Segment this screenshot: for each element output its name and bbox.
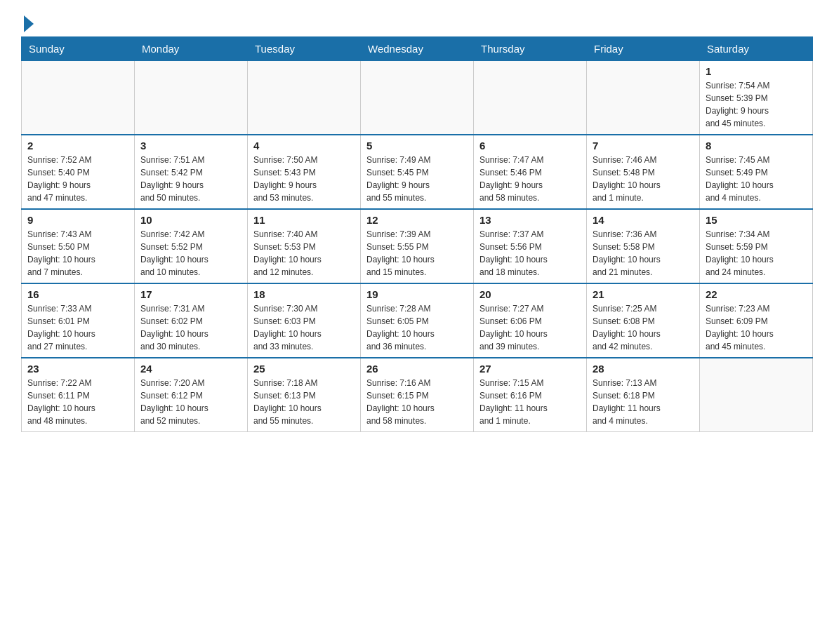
day-info: Sunrise: 7:37 AM Sunset: 5:56 PM Dayligh… [479,228,581,279]
day-info: Sunrise: 7:13 AM Sunset: 6:18 PM Dayligh… [593,377,694,427]
day-number: 3 [140,140,241,152]
calendar-cell: 3Sunrise: 7:51 AM Sunset: 5:42 PM Daylig… [135,135,248,209]
calendar-cell: 26Sunrise: 7:16 AM Sunset: 6:15 PM Dayli… [361,358,474,432]
day-header-friday: Friday [587,37,700,61]
calendar-cell [248,61,361,135]
day-info: Sunrise: 7:47 AM Sunset: 5:46 PM Dayligh… [479,154,581,204]
calendar-cell: 25Sunrise: 7:18 AM Sunset: 6:13 PM Dayli… [248,358,361,432]
day-info: Sunrise: 7:27 AM Sunset: 6:06 PM Dayligh… [479,302,581,353]
calendar-cell [361,61,474,135]
day-info: Sunrise: 7:15 AM Sunset: 6:16 PM Dayligh… [479,377,581,427]
day-info: Sunrise: 7:16 AM Sunset: 6:15 PM Dayligh… [366,377,468,427]
day-number: 9 [27,214,128,226]
day-number: 26 [366,363,468,375]
calendar-header-row: SundayMondayTuesdayWednesdayThursdayFrid… [22,37,813,61]
day-number: 20 [479,288,581,300]
day-number: 13 [479,214,581,226]
day-number: 15 [706,214,807,226]
calendar-cell [135,61,248,135]
day-info: Sunrise: 7:42 AM Sunset: 5:52 PM Dayligh… [140,228,241,279]
calendar-cell: 6Sunrise: 7:47 AM Sunset: 5:46 PM Daylig… [474,135,587,209]
day-info: Sunrise: 7:33 AM Sunset: 6:01 PM Dayligh… [27,302,128,353]
calendar-cell: 18Sunrise: 7:30 AM Sunset: 6:03 PM Dayli… [248,283,361,358]
day-header-tuesday: Tuesday [248,37,361,61]
calendar-cell: 13Sunrise: 7:37 AM Sunset: 5:56 PM Dayli… [474,209,587,283]
day-number: 28 [593,363,694,375]
day-info: Sunrise: 7:50 AM Sunset: 5:43 PM Dayligh… [253,154,355,204]
calendar-cell: 15Sunrise: 7:34 AM Sunset: 5:59 PM Dayli… [700,209,813,283]
day-header-thursday: Thursday [474,37,587,61]
calendar-week-row: 9Sunrise: 7:43 AM Sunset: 5:50 PM Daylig… [22,209,813,283]
day-header-monday: Monday [135,37,248,61]
day-info: Sunrise: 7:46 AM Sunset: 5:48 PM Dayligh… [593,154,694,204]
day-info: Sunrise: 7:36 AM Sunset: 5:58 PM Dayligh… [593,228,694,279]
day-info: Sunrise: 7:45 AM Sunset: 5:49 PM Dayligh… [706,154,807,204]
calendar-cell: 28Sunrise: 7:13 AM Sunset: 6:18 PM Dayli… [587,358,700,432]
calendar-cell: 22Sunrise: 7:23 AM Sunset: 6:09 PM Dayli… [700,283,813,358]
calendar-table: SundayMondayTuesdayWednesdayThursdayFrid… [21,36,813,432]
day-number: 18 [253,288,355,300]
day-number: 23 [27,363,128,375]
day-number: 14 [593,214,694,226]
day-header-wednesday: Wednesday [361,37,474,61]
calendar-week-row: 2Sunrise: 7:52 AM Sunset: 5:40 PM Daylig… [22,135,813,209]
calendar-cell: 1Sunrise: 7:54 AM Sunset: 5:39 PM Daylig… [700,61,813,135]
calendar-cell: 27Sunrise: 7:15 AM Sunset: 6:16 PM Dayli… [474,358,587,432]
day-info: Sunrise: 7:54 AM Sunset: 5:39 PM Dayligh… [706,79,807,130]
logo-arrow-icon [24,15,34,32]
day-info: Sunrise: 7:39 AM Sunset: 5:55 PM Dayligh… [366,228,468,279]
day-info: Sunrise: 7:49 AM Sunset: 5:45 PM Dayligh… [366,154,468,204]
day-info: Sunrise: 7:18 AM Sunset: 6:13 PM Dayligh… [253,377,355,427]
day-number: 1 [706,65,807,77]
day-number: 10 [140,214,241,226]
day-number: 21 [593,288,694,300]
calendar-cell: 23Sunrise: 7:22 AM Sunset: 6:11 PM Dayli… [22,358,135,432]
calendar-cell: 14Sunrise: 7:36 AM Sunset: 5:58 PM Dayli… [587,209,700,283]
calendar-cell [700,358,813,432]
calendar-cell [474,61,587,135]
calendar-cell: 24Sunrise: 7:20 AM Sunset: 6:12 PM Dayli… [135,358,248,432]
day-number: 12 [366,214,468,226]
day-number: 17 [140,288,241,300]
day-info: Sunrise: 7:43 AM Sunset: 5:50 PM Dayligh… [27,228,128,279]
day-number: 25 [253,363,355,375]
day-info: Sunrise: 7:51 AM Sunset: 5:42 PM Dayligh… [140,154,241,204]
day-info: Sunrise: 7:22 AM Sunset: 6:11 PM Dayligh… [27,377,128,427]
logo [21,14,34,29]
calendar-cell: 2Sunrise: 7:52 AM Sunset: 5:40 PM Daylig… [22,135,135,209]
calendar-cell: 10Sunrise: 7:42 AM Sunset: 5:52 PM Dayli… [135,209,248,283]
calendar-cell: 20Sunrise: 7:27 AM Sunset: 6:06 PM Dayli… [474,283,587,358]
calendar-cell: 21Sunrise: 7:25 AM Sunset: 6:08 PM Dayli… [587,283,700,358]
day-info: Sunrise: 7:52 AM Sunset: 5:40 PM Dayligh… [27,154,128,204]
day-info: Sunrise: 7:25 AM Sunset: 6:08 PM Dayligh… [593,302,694,353]
day-number: 16 [27,288,128,300]
calendar-week-row: 23Sunrise: 7:22 AM Sunset: 6:11 PM Dayli… [22,358,813,432]
day-number: 2 [27,140,128,152]
day-number: 19 [366,288,468,300]
day-number: 8 [706,140,807,152]
day-info: Sunrise: 7:28 AM Sunset: 6:05 PM Dayligh… [366,302,468,353]
day-info: Sunrise: 7:34 AM Sunset: 5:59 PM Dayligh… [706,228,807,279]
day-number: 27 [479,363,581,375]
calendar-cell [22,61,135,135]
day-info: Sunrise: 7:20 AM Sunset: 6:12 PM Dayligh… [140,377,241,427]
calendar-cell: 19Sunrise: 7:28 AM Sunset: 6:05 PM Dayli… [361,283,474,358]
day-info: Sunrise: 7:23 AM Sunset: 6:09 PM Dayligh… [706,302,807,353]
day-header-sunday: Sunday [22,37,135,61]
calendar-week-row: 1Sunrise: 7:54 AM Sunset: 5:39 PM Daylig… [22,61,813,135]
calendar-cell: 11Sunrise: 7:40 AM Sunset: 5:53 PM Dayli… [248,209,361,283]
calendar-cell: 17Sunrise: 7:31 AM Sunset: 6:02 PM Dayli… [135,283,248,358]
page-header [21,14,813,29]
calendar-cell [587,61,700,135]
calendar-cell: 4Sunrise: 7:50 AM Sunset: 5:43 PM Daylig… [248,135,361,209]
day-number: 6 [479,140,581,152]
day-number: 4 [253,140,355,152]
day-number: 24 [140,363,241,375]
calendar-cell: 16Sunrise: 7:33 AM Sunset: 6:01 PM Dayli… [22,283,135,358]
day-info: Sunrise: 7:31 AM Sunset: 6:02 PM Dayligh… [140,302,241,353]
day-info: Sunrise: 7:40 AM Sunset: 5:53 PM Dayligh… [253,228,355,279]
day-number: 7 [593,140,694,152]
calendar-week-row: 16Sunrise: 7:33 AM Sunset: 6:01 PM Dayli… [22,283,813,358]
calendar-cell: 7Sunrise: 7:46 AM Sunset: 5:48 PM Daylig… [587,135,700,209]
day-number: 5 [366,140,468,152]
